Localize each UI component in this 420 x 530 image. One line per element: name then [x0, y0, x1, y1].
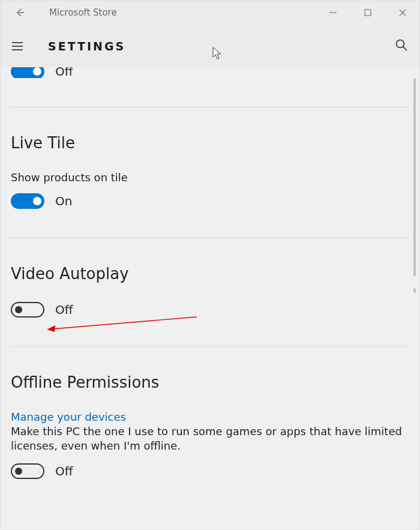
page-title: SETTINGS	[48, 40, 125, 53]
minimize-button[interactable]	[316, 0, 350, 25]
maximize-icon	[364, 8, 372, 17]
svg-point-8	[397, 40, 404, 48]
scrollbar[interactable]	[413, 288, 416, 293]
svg-rect-2	[365, 10, 371, 16]
app-title: Microsoft Store	[49, 7, 117, 18]
section-divider	[11, 238, 409, 238]
section-title-offline-permissions: Offline Permissions	[11, 373, 409, 391]
back-button[interactable]	[6, 0, 34, 25]
titlebar: Microsoft Store	[0, 0, 420, 25]
command-bar: SETTINGS	[0, 25, 420, 67]
search-icon	[395, 38, 408, 52]
section-divider	[11, 346, 409, 347]
maximize-button[interactable]	[350, 0, 385, 25]
offline-permissions-toggle-row: Off	[11, 463, 409, 479]
offline-permissions-toggle[interactable]	[11, 463, 44, 479]
section-divider	[11, 107, 409, 107]
live-tile-setting-label: Show products on tile	[11, 171, 409, 184]
video-autoplay-toggle-row: Off	[11, 302, 409, 318]
previous-toggle[interactable]	[11, 67, 44, 78]
offline-permissions-toggle-state: Off	[55, 464, 73, 478]
video-autoplay-toggle-state: Off	[55, 303, 73, 317]
settings-content: Off Live Tile Show products on tile On V…	[0, 67, 420, 479]
video-autoplay-toggle[interactable]	[11, 302, 44, 318]
scrollbar[interactable]	[413, 78, 416, 276]
section-title-live-tile: Live Tile	[11, 134, 409, 152]
svg-line-9	[403, 47, 407, 50]
menu-button[interactable]	[0, 41, 35, 51]
live-tile-toggle-state: On	[55, 194, 72, 208]
close-button[interactable]	[385, 0, 420, 25]
partial-previous-setting: Off	[11, 67, 409, 78]
search-button[interactable]	[395, 38, 408, 54]
window-controls	[316, 0, 420, 25]
manage-devices-link[interactable]: Manage your devices	[11, 411, 126, 423]
previous-toggle-state: Off	[55, 67, 73, 78]
arrow-left-icon	[14, 7, 25, 18]
hamburger-icon	[11, 41, 23, 51]
offline-permissions-description: Make this PC the one I use to run some g…	[11, 424, 409, 454]
live-tile-toggle[interactable]	[11, 193, 44, 209]
minimize-icon	[329, 8, 337, 17]
section-title-video-autoplay: Video Autoplay	[11, 265, 409, 283]
close-icon	[398, 8, 407, 17]
live-tile-toggle-row: On	[11, 193, 409, 209]
